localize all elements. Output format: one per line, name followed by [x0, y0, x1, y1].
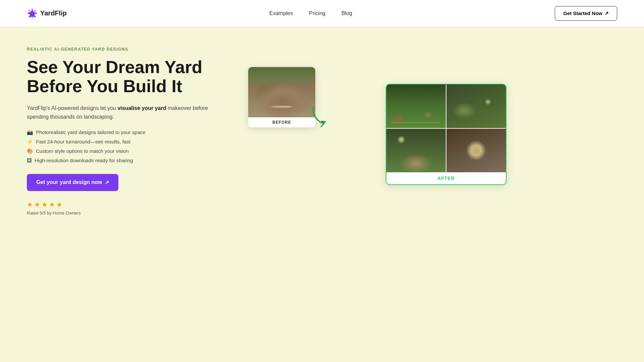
hero-comparison: BEFORE AFTER [241, 77, 617, 185]
comparison-arrow [307, 104, 340, 131]
star-5: ★ [56, 200, 62, 208]
before-label: BEFORE [248, 117, 315, 127]
star-rating: ★ ★ ★ ★ ★ [27, 200, 215, 208]
hero-section: REALISTIC AI-GENERATED YARD DESIGNS See … [0, 27, 644, 236]
after-label: AFTER [386, 172, 506, 184]
hero-cta-icon: ↗ [105, 179, 109, 186]
before-yard-visual [248, 67, 315, 117]
hero-description: YardFlip's AI-powered designs let you vi… [27, 104, 215, 121]
feature-text-2: Fast 24-hour turnaround—see results, fas… [36, 139, 130, 144]
page-body [0, 236, 644, 362]
after-card: AFTER [386, 84, 506, 185]
brand-name: YardFlip [40, 9, 67, 17]
feature-item-2: ⚡ Fast 24-hour turnaround—see results, f… [27, 139, 215, 145]
star-2: ★ [34, 200, 40, 208]
after-cell-top-right [446, 84, 506, 128]
feature-icon-1: 📸 [27, 129, 33, 135]
feature-item-1: 📸 Photorealistic yard designs tailored t… [27, 129, 215, 135]
star-3: ★ [42, 200, 48, 208]
nav-links: Examples Pricing Blog [269, 10, 352, 16]
hero-title: See Your Dream Yard Before You Build It [27, 58, 215, 96]
navbar: YardFlip Examples Pricing Blog Get Start… [0, 0, 644, 27]
hero-eyebrow: REALISTIC AI-GENERATED YARD DESIGNS [27, 47, 215, 52]
after-cell-bottom-right [446, 129, 506, 172]
hero-title-line2: Before You Build It [27, 76, 182, 96]
feature-item-3: 🎨 Custom style options to match your vis… [27, 148, 215, 154]
after-cell-bottom-left [386, 129, 446, 172]
logo[interactable]: YardFlip [27, 8, 67, 19]
hero-cta-button[interactable]: Get your yard design now ↗ [27, 174, 118, 191]
before-card: BEFORE [248, 67, 315, 127]
hero-title-line1: See Your Dream Yard [27, 57, 202, 77]
feature-icon-2: ⚡ [27, 139, 33, 145]
feature-icon-3: 🎨 [27, 148, 33, 154]
logo-icon [27, 8, 38, 19]
feature-item-4: 🖼 High-resolution downloads ready for sh… [27, 158, 215, 163]
feature-text-4: High-resolution downloads ready for shar… [35, 158, 133, 163]
hero-desc-plain: YardFlip's AI-powered designs let you [27, 105, 117, 111]
hero-left: REALISTIC AI-GENERATED YARD DESIGNS See … [27, 47, 215, 216]
nav-item-examples[interactable]: Examples [269, 10, 293, 16]
rating-label: Rated 5/5 by Home Owners [27, 210, 215, 216]
star-1: ★ [27, 200, 33, 208]
feature-icon-4: 🖼 [27, 158, 32, 163]
nav-cta-label: Get Started Now [563, 10, 602, 16]
after-cell-top-left [386, 84, 446, 128]
nav-cta-icon: ↗ [604, 10, 609, 16]
hero-features-list: 📸 Photorealistic yard designs tailored t… [27, 129, 215, 163]
star-4: ★ [49, 200, 55, 208]
feature-text-1: Photorealistic yard designs tailored to … [36, 129, 146, 135]
nav-cta-button[interactable]: Get Started Now ↗ [555, 6, 617, 21]
hero-cta-label: Get your yard design now [36, 179, 102, 185]
feature-text-3: Custom style options to match your visio… [36, 148, 129, 154]
hero-desc-bold: visualise your yard [117, 105, 166, 111]
after-grid [386, 84, 506, 172]
nav-item-blog[interactable]: Blog [341, 10, 352, 16]
nav-item-pricing[interactable]: Pricing [309, 10, 325, 16]
before-image [248, 67, 315, 117]
